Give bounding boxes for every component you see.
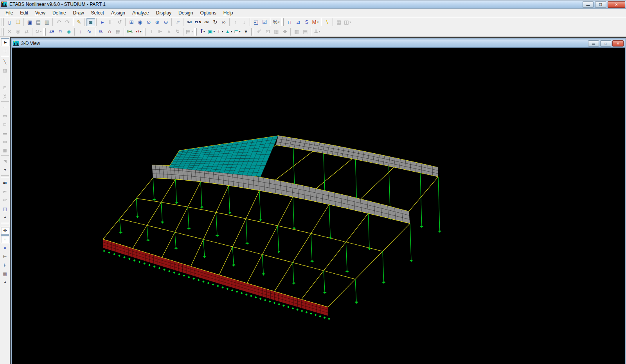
assign-point-loads-button[interactable]: ↓ [76,28,85,36]
view-close-button[interactable]: ✕ [612,40,624,47]
show-member-forces-dropdown[interactable]: ▾ [317,21,319,23]
start-concrete-design-dropdown[interactable]: ▾ [349,21,351,23]
define-time-history-button[interactable]: ∩ [105,28,114,36]
menu-options[interactable]: Options [196,9,219,17]
menu-analyze[interactable]: Analyze [129,9,153,17]
menu-display[interactable]: Display [153,9,175,17]
select-all-button[interactable]: all [1,179,9,187]
assign-spandrel-label-button[interactable]: ▲▾ [224,28,233,36]
assign-spandrel-label-dropdown[interactable]: ▾ [231,30,232,33]
toolbar-handle[interactable] [1,18,4,26]
object-options-percent-button[interactable]: %▾ [272,18,281,26]
save-model-button[interactable]: ▣ [25,18,34,26]
scroll-more-3-button[interactable]: ◂ [1,278,9,286]
restore-full-view-button[interactable]: ◉ [136,18,144,26]
define-static-load-cases-button[interactable]: ∠E [47,28,56,36]
intersecting-line-select-button[interactable]: ◫ [1,205,9,213]
assign-spandrel-label-icon: ▲ [225,29,230,34]
show-undeformed-shape-button[interactable]: ⊓ [285,18,294,26]
menu-help[interactable]: Help [220,9,237,17]
menu-design[interactable]: Design [175,9,196,17]
previous-zoom-button[interactable]: ⊙ [144,18,153,26]
toolbar-overflow-button[interactable]: ▾ [241,28,250,36]
toolbar-handle[interactable] [1,223,9,225]
assign-area-section-dropdown[interactable]: ▾ [213,30,215,33]
menu-select[interactable]: Select [88,9,108,17]
show-member-forces-button[interactable]: M▾ [311,18,320,26]
toolbar-handle[interactable] [144,28,146,36]
show-loads-button[interactable]: ⊿ [294,18,302,26]
extrude-dropdown[interactable]: ▾ [40,30,42,33]
snap-to-perpendicular-button[interactable]: ⊢ [1,253,9,260]
draw-line-button[interactable]: ╲ [1,58,9,66]
assign-area-section-button[interactable]: ▣▾ [207,28,216,36]
menu-file[interactable]: File [2,9,16,17]
toolbar-handle[interactable] [43,28,46,36]
view-plan-button[interactable]: PLN [194,18,202,26]
open-file-button[interactable]: ❐ [14,18,22,26]
define-response-spectrum-button[interactable]: ∿ [85,28,94,36]
print-graphics-button[interactable]: ▤ [34,18,43,26]
assign-link-properties-button[interactable]: ⊏▾ [233,28,241,36]
new-model-button[interactable]: ▯ [5,18,14,26]
show-deformed-shape-button[interactable]: S [302,18,311,26]
whats-this-help-dropdown[interactable]: ▾ [140,30,142,33]
assign-pier-label-button[interactable]: ⊤▾ [216,28,224,36]
rotate-3d-view-button[interactable]: ↻ [211,18,219,26]
view-minimize-button[interactable]: ▬ [588,40,599,47]
restore-button[interactable]: ❐ [595,1,606,8]
menu-edit[interactable]: Edit [16,9,32,17]
rubber-band-zoom-button[interactable]: ⊞ [127,18,136,26]
whats-this-help-button[interactable]: ●?▾ [134,28,143,36]
close-button[interactable]: ✕ [608,1,625,8]
view-3d-button[interactable]: 3-d [185,18,194,26]
assign-link-properties-dropdown[interactable]: ▾ [239,30,241,33]
object-options-percent-icon: % [273,20,277,25]
shrink-objects-button[interactable]: ◰ [252,18,260,26]
scroll-more-1-button[interactable]: ◂ [1,166,9,174]
menu-define[interactable]: Define [49,9,70,17]
view-elevation-button[interactable]: elv [202,18,211,26]
zoom-out-button[interactable]: ⊖ [162,18,170,26]
assign-frame-section-dropdown[interactable]: ▾ [203,30,205,33]
toolbar-handle[interactable] [1,175,9,178]
assign-frame-section-button[interactable]: I▾ [198,28,207,36]
toolbar-handle[interactable] [251,28,253,36]
define-diaphragms-button[interactable]: ◈ [65,28,73,36]
set-building-view-options-button[interactable]: ☑ [260,18,269,26]
toolbar-handle[interactable] [194,28,197,36]
toolbar-handle[interactable] [281,18,284,26]
view-window-titlebar[interactable]: 3-D View ▬□✕ [12,39,625,48]
snap-to-lines-button[interactable]: ⊦ [1,261,9,269]
object-options-percent-dropdown[interactable]: ▾ [278,21,280,23]
run-analysis-button[interactable]: ϟ [323,18,331,26]
assign-pier-label-dropdown[interactable]: ▾ [222,30,223,33]
scroll-more-2-button[interactable]: ◂ [1,213,9,221]
lock-model-button[interactable]: ◙ [86,18,95,26]
pan-button[interactable]: ☞ [173,18,182,26]
toolbar-handle[interactable] [1,28,4,36]
snap-to-points-button[interactable]: ✜ [1,227,9,235]
assign-output-stations-dropdown[interactable]: ▾ [191,30,193,33]
animate-results-dropdown[interactable]: ▾ [319,30,320,33]
define-load-combinations-button[interactable]: D+L [126,28,134,36]
menu-assign[interactable]: Assign [108,9,129,17]
print-tables-button[interactable]: ▥ [43,18,51,26]
snap-to-fine-grid-button[interactable]: ▦ [1,270,9,278]
define-time-periods-button[interactable]: TI [56,28,65,36]
pencil-edit-button[interactable]: ✎ [75,18,83,26]
extrude-icon: ↻ [35,29,40,34]
toolbar-separator [52,18,53,26]
minimize-button[interactable]: ▬ [583,1,594,8]
view-3d-canvas[interactable] [12,48,625,364]
pointer-select-button[interactable]: ➤ [1,38,9,46]
run-play-button[interactable]: ▸ [98,18,107,26]
menu-view[interactable]: View [32,9,49,17]
menu-draw[interactable]: Draw [70,9,88,17]
view-maximize-button[interactable]: □ [600,40,611,47]
snap-to-ends-midpoints-button[interactable]: ⋮ [1,235,9,243]
zoom-in-button[interactable]: ⊕ [153,18,162,26]
define-static-loads-dl-button[interactable]: DL [97,28,105,36]
snap-to-intersections-button[interactable]: ✕ [1,244,9,252]
perspective-toggle-button[interactable]: ∞ [219,18,228,26]
